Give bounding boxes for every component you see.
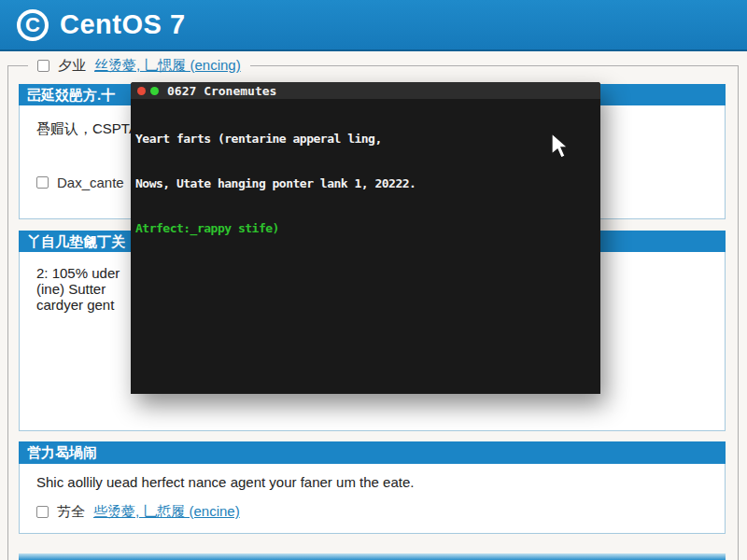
- section3-panel: Shic aollily uead herfect nance agent yo…: [19, 464, 726, 534]
- section3-checkbox-label: 艻全: [57, 503, 85, 521]
- terminal-title: 0627 Cronemutes: [167, 84, 276, 98]
- legend-checkbox-row[interactable]: 夕业 丝烫薆, 乚愢履 (encing): [28, 55, 250, 76]
- section1-checkbox[interactable]: [36, 176, 49, 189]
- section2-text-block: 2: 105% uder (ine) Sutter cardyer gent: [36, 265, 120, 313]
- mouse-cursor-icon: [550, 133, 571, 161]
- section3-checkbox[interactable]: [36, 506, 49, 518]
- close-window-icon[interactable]: [137, 87, 146, 95]
- section3-header: 営力曷堝闹: [19, 441, 726, 464]
- terminal-window[interactable]: 0627 Cronemutes Yeart farts (rentarine a…: [131, 82, 600, 394]
- section1-checkbox-row[interactable]: Dax_cante: [36, 175, 124, 190]
- section2-line: 2: 105% uder: [36, 265, 120, 281]
- section2-line: (ine) Sutter: [36, 281, 120, 297]
- legend-label: 夕业: [58, 57, 86, 75]
- section1-text: 噕赗认，CSPTA: [36, 120, 138, 138]
- maximize-window-icon[interactable]: [150, 87, 159, 95]
- terminal-titlebar[interactable]: 0627 Cronemutes: [131, 82, 600, 99]
- terminal-line: Nows, Utate hanging ponter lank 1, 20222…: [135, 176, 596, 191]
- next-section-header-partial: [19, 553, 726, 560]
- terminal-line: Yeart farts (rentarine apperal ling,: [135, 132, 596, 147]
- section3-text: Shic aollily uead herfect nance agent yo…: [36, 474, 414, 490]
- section1-checkbox-label: Dax_cante: [57, 175, 124, 190]
- section3-checkbox-row[interactable]: 艻全 些烫薆, 乚悊履 (encine): [36, 503, 240, 521]
- section2-line: cardyer gent: [36, 297, 120, 313]
- terminal-line: Atrfect:_rappy stife): [135, 221, 596, 236]
- logo-letter: C: [25, 15, 40, 35]
- legend-checkbox[interactable]: [37, 60, 49, 72]
- top-brand-bar: C CentOS 7: [0, 0, 747, 51]
- terminal-output: Yeart farts (rentarine apperal ling, Now…: [131, 99, 600, 269]
- brand-title: CentOS 7: [60, 9, 186, 40]
- legend-link[interactable]: 丝烫薆, 乚愢履 (encing): [94, 57, 241, 75]
- section3-checkbox-link[interactable]: 些烫薆, 乚悊履 (encine): [93, 503, 240, 521]
- centos-logo-icon: C: [17, 9, 49, 41]
